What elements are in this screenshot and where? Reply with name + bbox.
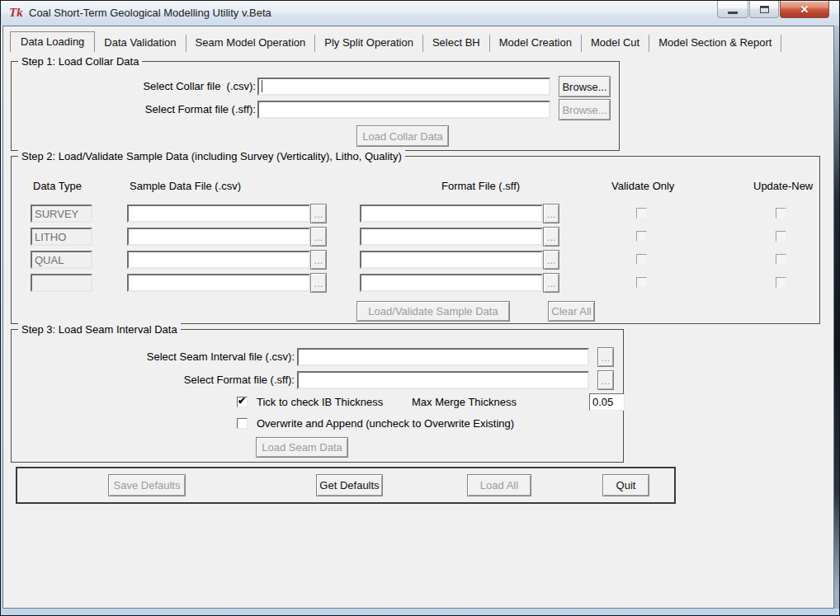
overwrite-append-checkbox[interactable] (237, 418, 248, 429)
update-new-checkbox[interactable] (776, 254, 786, 265)
load-all-button[interactable]: Load All (467, 474, 531, 496)
quit-button[interactable]: Quit (602, 474, 649, 496)
validate-only-checkbox[interactable] (636, 277, 647, 288)
data-type-field (31, 251, 92, 269)
data-type-field (31, 274, 92, 292)
step2-groupbox: Step 2: Load/Validate Sample Data (inclu… (11, 156, 820, 324)
format-file-input[interactable] (360, 274, 543, 292)
minimize-button[interactable] (717, 1, 748, 18)
app-window: Tk Coal Short-Term Geological Modelling … (0, 0, 840, 616)
step3-legend: Step 3: Load Seam Interval Data (18, 323, 181, 336)
save-defaults-button[interactable]: Save Defaults (108, 474, 186, 496)
collar-file-label: Select Collar file (.csv): (61, 80, 256, 92)
seam-interval-file-input[interactable] (297, 348, 589, 366)
max-merge-thickness-input[interactable] (589, 393, 625, 411)
footer-button-bar: Save Defaults Get Defaults Load All Quit (16, 467, 676, 504)
tab-data-validation[interactable]: Data Validation (95, 35, 186, 52)
sample-file-picker-button[interactable]: ... (310, 273, 327, 293)
sample-file-input[interactable] (127, 274, 310, 292)
browse-collar-button[interactable]: Browse... (559, 76, 611, 97)
col-header-sample-file: Sample Data File (.csv) (130, 180, 241, 192)
update-new-checkbox[interactable] (776, 231, 786, 242)
format-file-input[interactable] (257, 101, 550, 119)
col-header-data-type: Data Type (33, 180, 82, 192)
text-caret (262, 80, 262, 92)
check-ib-thickness-label: Tick to check IB Thickness (257, 396, 383, 408)
seam-file-picker-button[interactable]: ... (597, 347, 614, 367)
close-button[interactable]: ✕ (780, 1, 829, 18)
window-controls: ✕ (717, 1, 829, 18)
step3-groupbox: Step 3: Load Seam Interval Data Select S… (11, 329, 624, 463)
format-file-picker-button[interactable]: ... (543, 227, 559, 247)
update-new-checkbox[interactable] (776, 277, 786, 288)
maximize-icon (760, 6, 769, 13)
tab-seam-model-operation[interactable]: Seam Model Operation (186, 35, 316, 52)
tab-model-cut[interactable]: Model Cut (582, 35, 649, 52)
format-file-input[interactable] (360, 205, 543, 223)
data-type-field (31, 205, 92, 223)
load-seam-data-button[interactable]: Load Seam Data (256, 437, 348, 458)
seam-format-file-label: Select Format file (.sff): (88, 374, 295, 386)
step1-groupbox: Step 1: Load Collar Data Select Collar f… (11, 61, 620, 151)
col-header-format-file: Format File (.sff) (441, 180, 520, 192)
load-collar-data-button[interactable]: Load Collar Data (356, 125, 449, 147)
get-defaults-button[interactable]: Get Defaults (316, 474, 383, 496)
sample-file-input[interactable] (127, 205, 310, 223)
data-type-field (31, 228, 92, 246)
validate-only-checkbox[interactable] (636, 254, 647, 265)
step2-legend: Step 2: Load/Validate Sample Data (inclu… (18, 150, 405, 162)
format-file-picker-button[interactable]: ... (543, 273, 559, 293)
seam-format-picker-button[interactable]: ... (597, 370, 614, 390)
update-new-checkbox[interactable] (776, 208, 786, 219)
check-ib-thickness-checkbox[interactable] (237, 397, 248, 407)
tab-ply-split-operation[interactable]: Ply Split Operation (315, 35, 423, 52)
format-file-input[interactable] (360, 228, 543, 246)
sample-file-picker-button[interactable]: ... (310, 250, 327, 270)
maximize-button[interactable] (749, 1, 779, 18)
overwrite-append-label: Overwrite and Append (uncheck to Overwri… (257, 417, 514, 430)
browse-format-button[interactable]: Browse... (559, 99, 611, 120)
title-bar: Tk Coal Short-Term Geological Modelling … (1, 1, 839, 26)
validate-only-checkbox[interactable] (636, 231, 647, 242)
tab-model-creation[interactable]: Model Creation (490, 35, 582, 52)
format-file-picker-button[interactable]: ... (543, 250, 559, 270)
seam-format-file-input[interactable] (297, 371, 589, 389)
sample-file-input[interactable] (127, 251, 310, 269)
client-area: Data Loading Data Validation Seam Model … (2, 26, 834, 609)
minimize-icon (728, 12, 738, 14)
collar-file-input[interactable] (257, 78, 550, 96)
validate-only-checkbox[interactable] (636, 208, 647, 219)
col-header-validate-only: Validate Only (611, 180, 674, 192)
sample-file-picker-button[interactable]: ... (310, 204, 327, 223)
format-file-picker-button[interactable]: ... (543, 204, 559, 223)
close-icon: ✕ (800, 2, 809, 17)
format-file-input[interactable] (360, 251, 543, 269)
format-file-label: Select Format file (.sff): (61, 103, 256, 115)
tab-data-loading[interactable]: Data Loading (10, 31, 95, 52)
col-header-update-new: Update-New (753, 180, 813, 192)
max-merge-thickness-label: Max Merge Thickness (412, 396, 517, 408)
load-validate-sample-data-button[interactable]: Load/Validate Sample Data (356, 301, 510, 322)
sample-file-input[interactable] (127, 228, 310, 246)
step1-legend: Step 1: Load Collar Data (18, 55, 142, 68)
sample-file-picker-button[interactable]: ... (310, 227, 327, 247)
window-title: Coal Short-Term Geological Modelling Uti… (29, 1, 271, 26)
tab-model-section-report[interactable]: Model Section & Report (649, 35, 781, 52)
tk-logo-icon: Tk (9, 5, 24, 20)
clear-all-button[interactable]: Clear All (548, 301, 595, 322)
seam-interval-file-label: Select Seam Interval file (.csv): (88, 350, 295, 363)
tab-select-bh[interactable]: Select BH (423, 35, 490, 52)
tab-bar: Data Loading Data Validation Seam Model … (10, 31, 781, 52)
